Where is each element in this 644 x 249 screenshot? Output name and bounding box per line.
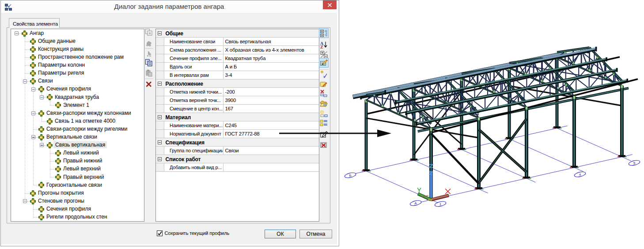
svg-text:Z: Z <box>320 45 323 49</box>
svg-text:Б: Б <box>349 174 351 177</box>
svg-text:4: 4 <box>579 173 581 177</box>
svg-text:А: А <box>414 201 417 205</box>
svg-text:5: 5 <box>633 161 636 165</box>
svg-text:1: 1 <box>439 202 442 206</box>
